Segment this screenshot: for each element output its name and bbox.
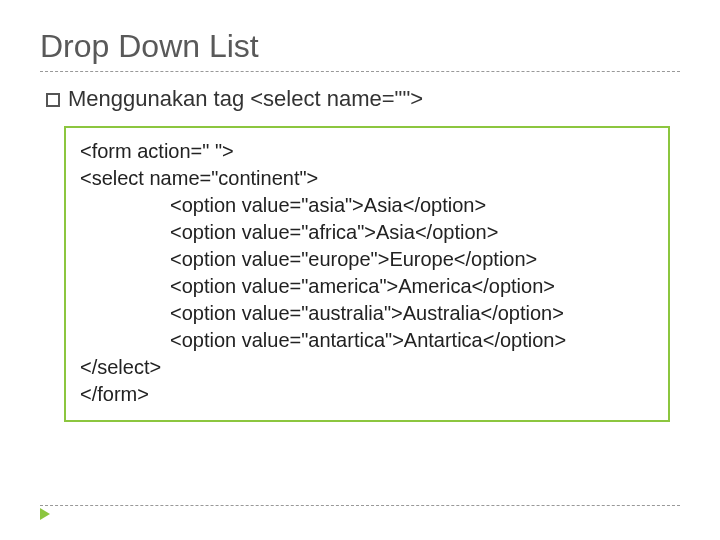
subtitle-tag: <select name="">: [250, 86, 423, 111]
divider-bottom: [40, 505, 680, 506]
code-line: <select name="continent">: [80, 165, 654, 192]
divider-top: [40, 71, 680, 72]
subtitle-prefix: Menggunakan tag: [68, 86, 250, 111]
triangle-icon: [40, 508, 50, 520]
code-line: <option value="america">America</option>: [80, 273, 654, 300]
slide-title: Drop Down List: [40, 28, 680, 65]
subtitle-line: Menggunakan tag <select name="">: [46, 86, 680, 112]
code-line: <option value="europe">Europe</option>: [80, 246, 654, 273]
code-box: <form action=" "> <select name="continen…: [64, 126, 670, 422]
code-line: <option value="africa">Asia</option>: [80, 219, 654, 246]
code-line: </select>: [80, 354, 654, 381]
code-line: <option value="australia">Australia</opt…: [80, 300, 654, 327]
square-bullet-icon: [46, 93, 60, 107]
code-line: </form>: [80, 381, 654, 408]
code-line: <option value="antartica">Antartica</opt…: [80, 327, 654, 354]
code-line: <form action=" ">: [80, 138, 654, 165]
slide: Drop Down List Menggunakan tag <select n…: [0, 0, 720, 540]
code-line: <option value="asia">Asia</option>: [80, 192, 654, 219]
